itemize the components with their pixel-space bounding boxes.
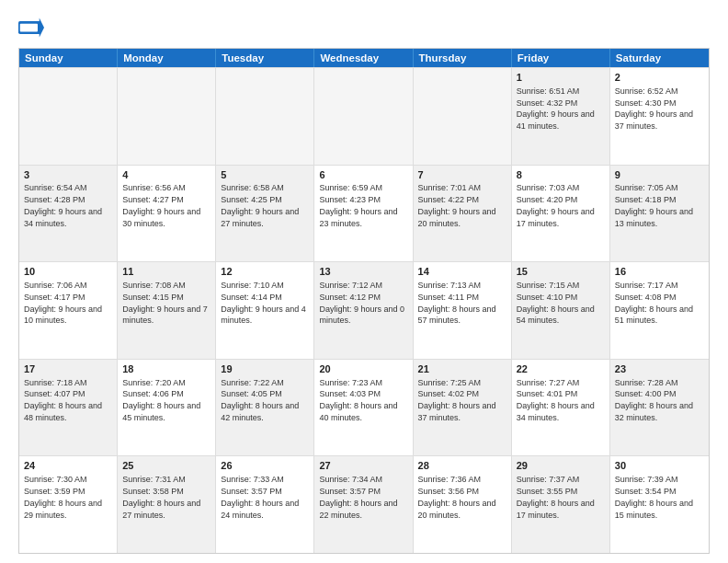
calendar: SundayMondayTuesdayWednesdayThursdayFrid…: [18, 48, 710, 554]
calendar-cell-4: 4Sunrise: 6:56 AM Sunset: 4:27 PM Daylig…: [118, 166, 216, 262]
svg-rect-2: [20, 24, 38, 32]
calendar-row-1: 1Sunrise: 6:51 AM Sunset: 4:32 PM Daylig…: [19, 67, 709, 165]
day-info: Sunrise: 7:01 AM Sunset: 4:22 PM Dayligh…: [418, 183, 496, 227]
calendar-cell-20: 20Sunrise: 7:23 AM Sunset: 4:03 PM Dayli…: [314, 360, 413, 456]
day-info: Sunrise: 7:28 AM Sunset: 4:00 PM Dayligh…: [615, 378, 693, 422]
day-info: Sunrise: 7:22 AM Sunset: 4:05 PM Dayligh…: [221, 378, 299, 422]
day-number: 21: [418, 362, 506, 376]
calendar-header: SundayMondayTuesdayWednesdayThursdayFrid…: [19, 49, 709, 67]
calendar-cell-26: 26Sunrise: 7:33 AM Sunset: 3:57 PM Dayli…: [216, 456, 314, 553]
day-number: 28: [418, 459, 506, 473]
day-info: Sunrise: 6:52 AM Sunset: 4:30 PM Dayligh…: [615, 86, 693, 131]
day-info: Sunrise: 7:34 AM Sunset: 3:57 PM Dayligh…: [319, 475, 397, 519]
day-number: 9: [615, 168, 704, 182]
page: SundayMondayTuesdayWednesdayThursdayFrid…: [0, 0, 728, 563]
calendar-cell-7: 7Sunrise: 7:01 AM Sunset: 4:22 PM Daylig…: [414, 166, 512, 262]
calendar-cell-15: 15Sunrise: 7:15 AM Sunset: 4:10 PM Dayli…: [512, 262, 610, 359]
day-number: 6: [319, 168, 407, 182]
calendar-cell-6: 6Sunrise: 6:59 AM Sunset: 4:23 PM Daylig…: [314, 166, 413, 262]
calendar-cell-empty-0: [19, 68, 118, 165]
day-info: Sunrise: 7:12 AM Sunset: 4:12 PM Dayligh…: [319, 281, 404, 325]
day-info: Sunrise: 7:05 AM Sunset: 4:18 PM Dayligh…: [615, 183, 693, 227]
day-number: 26: [221, 459, 309, 473]
calendar-cell-3: 3Sunrise: 6:54 AM Sunset: 4:28 PM Daylig…: [19, 166, 118, 262]
day-number: 5: [221, 168, 309, 182]
day-info: Sunrise: 7:08 AM Sunset: 4:15 PM Dayligh…: [122, 281, 208, 325]
day-number: 27: [319, 459, 407, 473]
calendar-cell-16: 16Sunrise: 7:17 AM Sunset: 4:08 PM Dayli…: [610, 262, 709, 359]
logo: [18, 15, 48, 40]
day-info: Sunrise: 7:36 AM Sunset: 3:56 PM Dayligh…: [418, 475, 496, 519]
calendar-cell-5: 5Sunrise: 6:58 AM Sunset: 4:25 PM Daylig…: [216, 166, 314, 262]
day-number: 17: [24, 362, 112, 376]
calendar-cell-empty-4: [414, 68, 512, 165]
calendar-row-4: 17Sunrise: 7:18 AM Sunset: 4:07 PM Dayli…: [19, 359, 709, 456]
day-info: Sunrise: 7:39 AM Sunset: 3:54 PM Dayligh…: [615, 475, 693, 519]
day-info: Sunrise: 6:59 AM Sunset: 4:23 PM Dayligh…: [319, 183, 397, 227]
calendar-row-5: 24Sunrise: 7:30 AM Sunset: 3:59 PM Dayli…: [19, 455, 709, 553]
day-info: Sunrise: 7:37 AM Sunset: 3:55 PM Dayligh…: [517, 475, 595, 519]
day-number: 3: [24, 168, 112, 182]
calendar-cell-17: 17Sunrise: 7:18 AM Sunset: 4:07 PM Dayli…: [19, 360, 118, 456]
calendar-cell-29: 29Sunrise: 7:37 AM Sunset: 3:55 PM Dayli…: [512, 456, 610, 553]
day-number: 30: [615, 459, 704, 473]
calendar-cell-2: 2Sunrise: 6:52 AM Sunset: 4:30 PM Daylig…: [610, 68, 709, 165]
calendar-cell-10: 10Sunrise: 7:06 AM Sunset: 4:17 PM Dayli…: [19, 262, 118, 359]
calendar-cell-30: 30Sunrise: 7:39 AM Sunset: 3:54 PM Dayli…: [610, 456, 709, 553]
day-number: 18: [122, 362, 210, 376]
calendar-cell-27: 27Sunrise: 7:34 AM Sunset: 3:57 PM Dayli…: [314, 456, 413, 553]
day-number: 15: [517, 265, 605, 279]
calendar-cell-empty-2: [216, 68, 314, 165]
day-number: 20: [319, 362, 407, 376]
day-info: Sunrise: 7:23 AM Sunset: 4:03 PM Dayligh…: [319, 378, 397, 422]
day-info: Sunrise: 7:10 AM Sunset: 4:14 PM Dayligh…: [221, 281, 306, 325]
day-number: 4: [122, 168, 210, 182]
calendar-cell-8: 8Sunrise: 7:03 AM Sunset: 4:20 PM Daylig…: [512, 166, 610, 262]
calendar-cell-24: 24Sunrise: 7:30 AM Sunset: 3:59 PM Dayli…: [19, 456, 118, 553]
calendar-body: 1Sunrise: 6:51 AM Sunset: 4:32 PM Daylig…: [19, 67, 709, 553]
day-info: Sunrise: 7:30 AM Sunset: 3:59 PM Dayligh…: [24, 475, 102, 519]
header-day-friday: Friday: [512, 49, 610, 67]
day-number: 16: [615, 265, 704, 279]
day-number: 22: [517, 362, 605, 376]
day-info: Sunrise: 6:56 AM Sunset: 4:27 PM Dayligh…: [122, 183, 200, 227]
day-number: 25: [122, 459, 210, 473]
day-info: Sunrise: 7:31 AM Sunset: 3:58 PM Dayligh…: [122, 475, 200, 519]
header-day-thursday: Thursday: [414, 49, 512, 67]
logo-icon: [18, 15, 44, 40]
day-number: 2: [615, 71, 704, 85]
day-number: 12: [221, 265, 309, 279]
day-info: Sunrise: 7:17 AM Sunset: 4:08 PM Dayligh…: [615, 281, 693, 325]
calendar-cell-empty-1: [118, 68, 216, 165]
calendar-cell-11: 11Sunrise: 7:08 AM Sunset: 4:15 PM Dayli…: [118, 262, 216, 359]
calendar-cell-25: 25Sunrise: 7:31 AM Sunset: 3:58 PM Dayli…: [118, 456, 216, 553]
day-info: Sunrise: 7:27 AM Sunset: 4:01 PM Dayligh…: [517, 378, 595, 422]
calendar-cell-23: 23Sunrise: 7:28 AM Sunset: 4:00 PM Dayli…: [610, 360, 709, 456]
day-info: Sunrise: 7:33 AM Sunset: 3:57 PM Dayligh…: [221, 475, 299, 519]
svg-marker-1: [40, 18, 44, 38]
day-number: 14: [418, 265, 506, 279]
header-day-tuesday: Tuesday: [216, 49, 314, 67]
day-number: 1: [517, 71, 605, 85]
day-info: Sunrise: 7:03 AM Sunset: 4:20 PM Dayligh…: [517, 183, 595, 227]
header-day-saturday: Saturday: [610, 49, 709, 67]
calendar-row-2: 3Sunrise: 6:54 AM Sunset: 4:28 PM Daylig…: [19, 165, 709, 262]
day-number: 8: [517, 168, 605, 182]
day-number: 23: [615, 362, 704, 376]
day-info: Sunrise: 7:25 AM Sunset: 4:02 PM Dayligh…: [418, 378, 496, 422]
day-number: 13: [319, 265, 407, 279]
day-number: 11: [122, 265, 210, 279]
calendar-cell-22: 22Sunrise: 7:27 AM Sunset: 4:01 PM Dayli…: [512, 360, 610, 456]
day-number: 29: [517, 459, 605, 473]
day-info: Sunrise: 7:06 AM Sunset: 4:17 PM Dayligh…: [24, 281, 102, 325]
header-day-sunday: Sunday: [19, 49, 118, 67]
day-info: Sunrise: 6:54 AM Sunset: 4:28 PM Dayligh…: [24, 183, 102, 227]
calendar-cell-28: 28Sunrise: 7:36 AM Sunset: 3:56 PM Dayli…: [414, 456, 512, 553]
day-info: Sunrise: 6:51 AM Sunset: 4:32 PM Dayligh…: [517, 86, 595, 131]
calendar-cell-13: 13Sunrise: 7:12 AM Sunset: 4:12 PM Dayli…: [314, 262, 413, 359]
calendar-cell-9: 9Sunrise: 7:05 AM Sunset: 4:18 PM Daylig…: [610, 166, 709, 262]
header: [18, 15, 710, 40]
day-number: 24: [24, 459, 112, 473]
header-day-wednesday: Wednesday: [314, 49, 413, 67]
day-info: Sunrise: 6:58 AM Sunset: 4:25 PM Dayligh…: [221, 183, 299, 227]
